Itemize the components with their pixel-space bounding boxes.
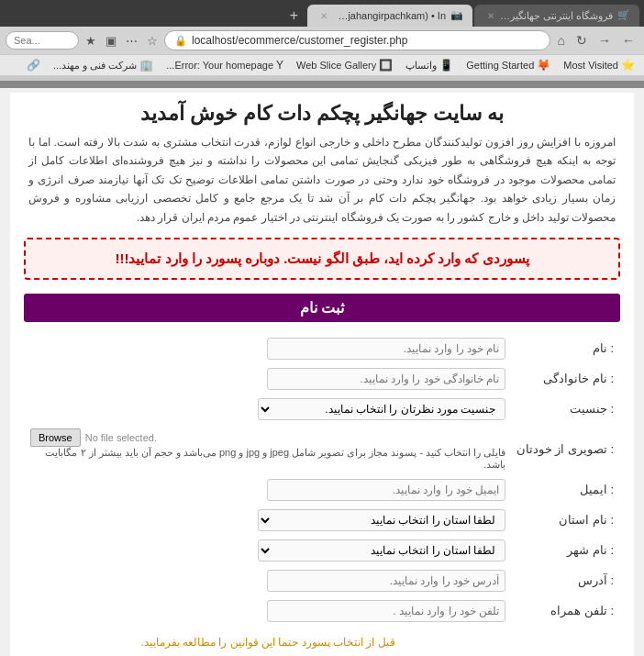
- error-box: پسوردی که وارد کرده اید، طبق الگو نیست. …: [24, 238, 620, 280]
- form-section-title: ثبت نام: [24, 294, 620, 322]
- nav-bar: ← → ↻ ⌂ 🔒 localhost/ecommerce/customer_r…: [0, 27, 644, 54]
- name-label: : نام: [512, 336, 617, 361]
- city-select[interactable]: لطفا استان را انتخاب نمایید: [258, 539, 505, 561]
- gender-row: : جنسیت جنسیت مورد نظرتان را انتخاب نمای…: [27, 396, 617, 422]
- email-field-cell: [27, 477, 509, 503]
- new-tab-button[interactable]: +: [283, 5, 305, 27]
- lastname-label: : نام خانوادگی: [512, 366, 617, 392]
- nav-icons: ☆ ⋯ ▣ ★: [83, 32, 161, 50]
- city-field-cell: لطفا استان را انتخاب نمایید: [27, 538, 509, 563]
- bookmark-error-label: Error: Your homepage...: [166, 60, 273, 71]
- page-content: به سایت جهانگیر پچکم دات کام خوش آمدید ا…: [0, 81, 644, 656]
- address-row: : آدرس: [27, 568, 617, 594]
- back-button[interactable]: ←: [618, 31, 638, 50]
- email-label: : ایمیل: [512, 477, 617, 503]
- name-row: : نام: [27, 336, 617, 361]
- gender-field-cell: جنسیت مورد نظرتان را انتخاب نمایید. مرد …: [27, 396, 509, 422]
- bookmark-extra[interactable]: 🔗: [23, 58, 44, 72]
- refresh-button[interactable]: ↻: [572, 31, 591, 50]
- terms-row: قبل از انتخاب پسورد حتما این قوانین را م…: [27, 628, 617, 656]
- address-text: localhost/ecommerce/customer_register.ph…: [192, 34, 407, 47]
- bookmark-getting-started[interactable]: 🦊 Getting Started: [462, 58, 554, 72]
- home-button[interactable]: ⌂: [554, 31, 569, 50]
- province-row: : نام استان لطفا استان را انتخاب نمایید: [27, 507, 617, 533]
- bookmark-error[interactable]: Y Error: Your homepage...: [162, 58, 287, 72]
- search-input[interactable]: [6, 31, 79, 50]
- name-field-cell: [27, 336, 509, 361]
- bookmark-grid-icon: 🔲: [379, 59, 393, 72]
- terms-text: قبل از انتخاب پسورد حتما این قوانین را م…: [140, 636, 394, 649]
- bookmark-most-visited-label: Most Visited: [563, 60, 618, 71]
- address-label: : آدرس: [512, 568, 617, 594]
- city-label: : نام شهر: [512, 538, 617, 563]
- tab-1[interactable]: 🛒 فروشگاه اینترنتی جهانگیر پچکم ✕: [474, 5, 639, 27]
- phone-input[interactable]: [267, 600, 505, 622]
- bookmark-whatsapp[interactable]: 📱 واتساپ: [402, 58, 457, 72]
- tab-2[interactable]: 📷 jahangir (@jahangirpachkam) • In... ✕: [307, 5, 472, 27]
- photo-label: : تصویری از خودتان: [512, 427, 617, 473]
- bookmark-y-icon: Y: [276, 59, 283, 72]
- phone-label: : تلفن همراه: [512, 598, 617, 624]
- tab-1-close[interactable]: ✕: [487, 11, 494, 21]
- no-file-label: No file selected.: [85, 432, 157, 443]
- bookmark-whatsapp-icon: 📱: [439, 59, 453, 72]
- bookmark-icon[interactable]: ☆: [144, 32, 161, 50]
- menu-icon[interactable]: ⋯: [123, 32, 140, 50]
- address-field-cell: [27, 568, 509, 594]
- bookmark-star-icon: ⭐: [621, 59, 635, 72]
- page-title: به سایت جهانگیر پچکم دات کام خوش آمدید: [24, 102, 620, 126]
- tab-1-title: فروشگاه اینترنتی جهانگیر پچکم: [499, 10, 613, 22]
- province-label: : نام استان: [512, 507, 617, 533]
- terms-link[interactable]: قبل از انتخاب پسورد حتما این قوانین را م…: [30, 636, 505, 649]
- bookmark-webslice-label: Web Slice Gallery: [296, 60, 376, 71]
- browser-chrome: 🛒 فروشگاه اینترنتی جهانگیر پچکم ✕ 📷 jaha…: [0, 0, 644, 76]
- terms-spacer: [512, 628, 617, 656]
- registration-form: : نام : نام خانوادگی : جنسیت جنسیت مورد …: [24, 331, 620, 656]
- phone-field-cell: [27, 598, 509, 624]
- gender-select[interactable]: جنسیت مورد نظرتان را انتخاب نمایید. مرد …: [258, 398, 505, 420]
- lock-icon: 🔒: [174, 35, 187, 47]
- lastname-input[interactable]: [267, 368, 505, 390]
- page-inner: به سایت جهانگیر پچکم دات کام خوش آمدید ا…: [10, 93, 634, 656]
- province-field-cell: لطفا استان را انتخاب نمایید: [27, 507, 509, 533]
- tab-2-title: jahangir (@jahangirpachkam) • In...: [332, 10, 446, 21]
- tab-1-favicon: 🛒: [617, 9, 630, 22]
- lastname-row: : نام خانوادگی: [27, 366, 617, 392]
- bookmark-webslice[interactable]: 🔲 Web Slice Gallery: [293, 58, 396, 72]
- forward-button[interactable]: →: [594, 31, 615, 50]
- bookmark-most-visited[interactable]: ⭐ Most Visited: [560, 58, 638, 72]
- bookmark-company[interactable]: 🏢 شرکت فنی و مهند...: [50, 58, 157, 72]
- city-row: : نام شهر لطفا استان را انتخاب نمایید: [27, 538, 617, 563]
- tab-bar: 🛒 فروشگاه اینترنتی جهانگیر پچکم ✕ 📷 jaha…: [0, 0, 644, 27]
- email-input[interactable]: [267, 479, 505, 501]
- bookmark-getting-started-label: Getting Started: [466, 60, 534, 71]
- email-row: : ایمیل: [27, 477, 617, 503]
- lastname-field-cell: [27, 366, 509, 392]
- tab-2-close[interactable]: ✕: [320, 11, 328, 21]
- star-icon[interactable]: ★: [83, 32, 99, 50]
- address-bar[interactable]: 🔒 localhost/ecommerce/customer_register.…: [164, 30, 550, 50]
- name-input[interactable]: [267, 338, 505, 360]
- bookmark-fox-icon: 🦊: [537, 59, 550, 72]
- terms-cell: قبل از انتخاب پسورد حتما این قوانین را م…: [27, 628, 509, 656]
- bookmark-company-label: شرکت فنی و مهند...: [53, 60, 137, 72]
- tab-2-favicon: 📷: [450, 9, 463, 22]
- address-input[interactable]: [267, 570, 505, 592]
- bookmark-company-icon: 🏢: [139, 59, 153, 72]
- top-gray-bar: [0, 81, 644, 88]
- browse-button[interactable]: Browse: [30, 428, 81, 447]
- phone-row: : تلفن همراه: [27, 598, 617, 624]
- bookmarks-bar: ⭐ Most Visited 🦊 Getting Started 📱 واتسا…: [0, 54, 644, 76]
- error-message: پسوردی که وارد کرده اید، طبق الگو نیست. …: [39, 250, 605, 267]
- photo-row: : تصویری از خودتان Browse No file select…: [27, 427, 617, 473]
- intro-text: امروزه با افزایش روز افزون تولیدکنندگان …: [24, 133, 620, 227]
- bookmark-whatsapp-label: واتساپ: [405, 60, 437, 72]
- bookmark-link-icon: 🔗: [27, 59, 40, 72]
- file-hint: فایلی را انتخاب کنید - پسوند مجاز برای ت…: [30, 447, 505, 471]
- province-select[interactable]: لطفا استان را انتخاب نمایید: [258, 509, 505, 531]
- gender-label: : جنسیت: [512, 396, 617, 422]
- file-input-row: Browse No file selected.: [30, 428, 505, 447]
- reader-icon[interactable]: ▣: [103, 32, 119, 50]
- photo-field-cell: Browse No file selected. فایلی را انتخاب…: [27, 427, 509, 473]
